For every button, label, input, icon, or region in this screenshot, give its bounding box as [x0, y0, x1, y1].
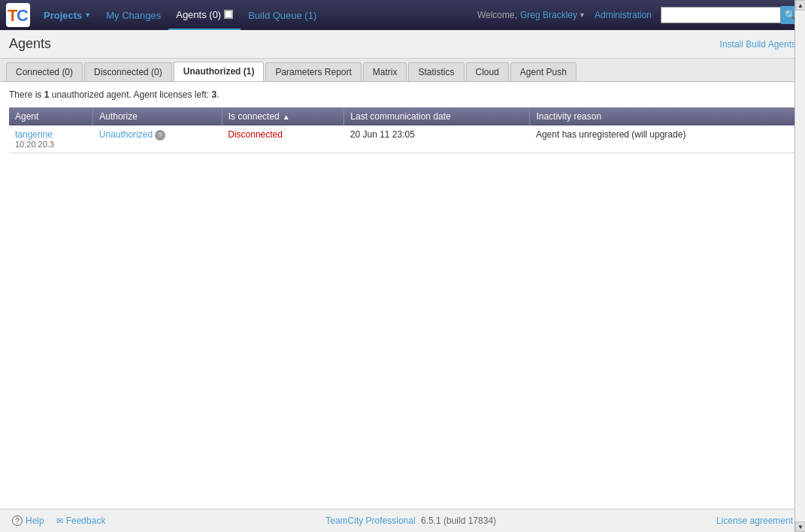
- feedback-link[interactable]: ✉ Feedback: [56, 515, 106, 526]
- nav-mychanges[interactable]: My Changes: [98, 0, 168, 30]
- col-last_comm: Last communication date: [344, 107, 530, 125]
- nav-agents[interactable]: Agents (0): [168, 0, 241, 30]
- footer-product-info: TeamCity Professional 6.5.1 (build 17834…: [117, 515, 704, 526]
- scroll-down-arrow[interactable]: ▼: [795, 521, 805, 532]
- table-row: tangerine10.20.20.3Unauthorized?Disconne…: [9, 125, 796, 153]
- welcome-label: Welcome,: [477, 10, 517, 20]
- projects-dropdown-icon: ▼: [84, 11, 91, 19]
- tab-unauthorized[interactable]: Unauthorized (1): [174, 62, 265, 81]
- agent-name-link[interactable]: tangerine: [15, 129, 53, 140]
- page-header: Agents Install Build Agents: [0, 30, 805, 59]
- tab-statistics[interactable]: Statistics: [408, 62, 464, 81]
- authorize-link[interactable]: Unauthorized: [99, 129, 153, 140]
- agent-ip: 10.20.20.3: [15, 140, 87, 149]
- content-area: There is 1 unauthorized agent. Agent lic…: [0, 82, 805, 161]
- help-link[interactable]: ? Help: [12, 515, 44, 526]
- tab-connected[interactable]: Connected (0): [6, 62, 83, 81]
- user-name[interactable]: Greg Brackley: [520, 10, 577, 20]
- col-authorize: Authorize: [93, 107, 222, 125]
- tabs-bar: Connected (0)Disconnected (0)Unauthorize…: [0, 59, 805, 82]
- user-dropdown-icon[interactable]: ▼: [579, 11, 586, 19]
- col-is_connected[interactable]: Is connected▲: [222, 107, 344, 125]
- license-agreement-link[interactable]: License agreement: [716, 515, 793, 526]
- cell-last-comm: 20 Jun 11 23:05: [344, 125, 530, 153]
- svg-text:C: C: [17, 6, 29, 25]
- tab-agent-push[interactable]: Agent Push: [510, 62, 577, 81]
- top-navigation: T C Projects ▼ My Changes Agents (0) Bui…: [0, 0, 805, 30]
- sort-icon-is_connected: ▲: [283, 113, 290, 121]
- help-icon: ?: [12, 515, 23, 526]
- table-header: AgentAuthorizeIs connected▲Last communic…: [9, 107, 796, 125]
- tc-logo[interactable]: T C: [6, 3, 30, 27]
- install-build-agents-link[interactable]: Install Build Agents: [720, 39, 796, 50]
- nav-buildqueue[interactable]: Build Queue (1): [241, 0, 324, 30]
- tab-cloud[interactable]: Cloud: [466, 62, 509, 81]
- cell-authorize: Unauthorized?: [93, 125, 222, 153]
- product-name-link[interactable]: TeamCity Professional: [325, 515, 415, 526]
- tab-parameters-report[interactable]: Parameters Report: [265, 62, 361, 81]
- nav-projects[interactable]: Projects ▼: [36, 0, 98, 30]
- tab-disconnected[interactable]: Disconnected (0): [84, 62, 172, 81]
- agents-table: AgentAuthorizeIs connected▲Last communic…: [9, 107, 796, 153]
- tab-matrix[interactable]: Matrix: [363, 62, 407, 81]
- product-version: 6.5.1 (build 17834): [421, 515, 496, 526]
- table-body: tangerine10.20.20.3Unauthorized?Disconne…: [9, 125, 796, 153]
- status-text: There is 1 unauthorized agent. Agent lic…: [9, 89, 796, 100]
- col-agent: Agent: [9, 107, 93, 125]
- cell-inactivity: Agent has unregistered (will upgrade): [530, 125, 796, 153]
- search-input[interactable]: [661, 7, 781, 23]
- envelope-icon: ✉: [56, 516, 63, 526]
- connection-status: Disconnected: [228, 129, 283, 140]
- scroll-up-arrow[interactable]: ▲: [795, 0, 805, 11]
- col-inactivity: Inactivity reason: [530, 107, 796, 125]
- authorize-help-icon[interactable]: ?: [155, 130, 165, 141]
- cell-is-connected: Disconnected: [222, 125, 344, 153]
- page-title: Agents: [9, 36, 51, 52]
- agents-checkbox-icon: [224, 10, 233, 19]
- footer: ? Help ✉ Feedback TeamCity Professional …: [0, 509, 805, 532]
- scrollbar[interactable]: ▲ ▼: [794, 0, 805, 532]
- admin-link[interactable]: Administration: [595, 10, 652, 20]
- cell-agent: tangerine10.20.20.3: [9, 125, 93, 153]
